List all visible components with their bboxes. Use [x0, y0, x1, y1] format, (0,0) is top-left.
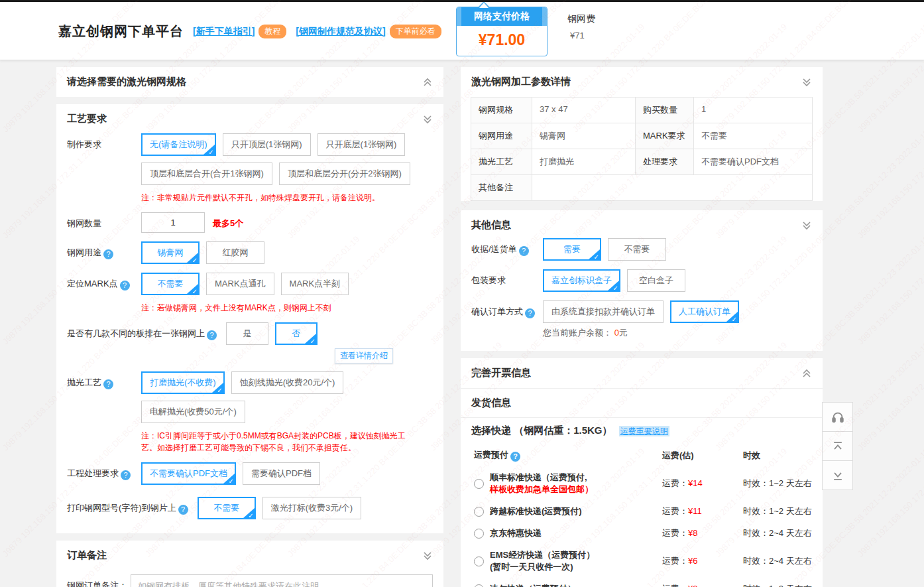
scroll-to-top-button[interactable]	[822, 431, 853, 461]
collapse-up-icon[interactable]	[801, 368, 812, 379]
customer-service-button[interactable]	[822, 402, 853, 432]
order-remark-card: 订单备注 钢网订单备注：	[56, 541, 443, 587]
param-value: 1	[694, 98, 812, 123]
params-table: 钢网规格 37 x 47 购买数量 1 钢网用途 锡膏网 MARK要求 不需要 …	[471, 97, 813, 201]
headset-icon	[831, 410, 845, 424]
collapse-down-icon[interactable]	[422, 551, 433, 561]
courier-name-line2: 样板收费加急单全国包邮）	[490, 484, 593, 494]
other-info-title: 其他信息	[471, 219, 511, 231]
courier-radio[interactable]	[474, 584, 484, 587]
make-requirement-note: 注：非常规贴片元件默认不开孔，如特殊焊盘要开孔，请备注说明。	[141, 192, 433, 204]
polish-help-icon[interactable]	[103, 379, 113, 389]
polish-note: 注：IC引脚间距等于或小于0.5MM或有BGA封装的PCB板，建议蚀刻抛光工艺。…	[141, 430, 420, 454]
header-bar: 嘉立创钢网下单平台 [新手下单指引] 教程 [钢网制作规范及协议] 下单前必看 …	[0, 0, 924, 60]
stencil-spec-agreement-link[interactable]: [钢网制作规范及协议]	[296, 26, 385, 38]
fee-prefix: 运费：	[662, 528, 688, 538]
courier-radio[interactable]	[474, 556, 484, 566]
param-key: 钢网规格	[471, 98, 532, 123]
pdf-option-no-confirm[interactable]: 不需要确认PDF文档	[141, 462, 236, 485]
multi-board-help-icon[interactable]	[207, 330, 217, 340]
receipt-help-icon[interactable]	[519, 246, 529, 256]
courier-row-jd[interactable]: 京东特惠快递	[474, 527, 662, 539]
craft-requirements-card: 工艺要求 制作要求 无(请备注说明) 只开顶层(1张钢网) 只开底层(1张钢网)…	[56, 104, 443, 533]
collapse-down-icon[interactable]	[422, 114, 433, 125]
polish-row: 抛光工艺 打磨抛光(不收费) 蚀刻线抛光(收费20元/个) 电解抛光(收费50元…	[67, 371, 433, 423]
freight-notice-link[interactable]: 运费重要说明	[619, 426, 669, 436]
courier-table: 运费预付 运费(估) 时效 顺丰标准快递（运费预付, 样板收费加急单全国包邮） …	[461, 438, 823, 587]
polish-option-etch-line[interactable]: 蚀刻线抛光(收费20元/个)	[231, 371, 344, 394]
courier-name: 京东特惠快递	[490, 527, 542, 539]
param-key: MARK要求	[636, 123, 694, 149]
view-detail-link[interactable]: 查看详情介绍	[335, 348, 393, 363]
courier-fee: ¥11	[688, 506, 702, 516]
packing-option-blank-box[interactable]: 空白盒子	[627, 269, 685, 292]
beginner-guide-link[interactable]: [新手下单指引]	[193, 26, 255, 38]
confirm-option-manual[interactable]: 人工确认订单	[670, 300, 739, 323]
make-option-none[interactable]: 无(请备注说明)	[141, 133, 216, 156]
fee-prefix: 运费：	[662, 556, 688, 566]
order-remark-textarea[interactable]	[131, 574, 433, 587]
collapse-down-icon[interactable]	[801, 220, 812, 231]
scroll-top-icon	[831, 440, 844, 453]
express-select-title: 选择快递 （钢网估重：1.5KG）	[471, 424, 612, 436]
must-read-badge: 下单前必看	[390, 25, 441, 38]
confirm-help-icon[interactable]	[525, 308, 535, 318]
receipt-option-need[interactable]: 需要	[543, 238, 601, 261]
courier-radio[interactable]	[474, 507, 484, 517]
courier-row-sure[interactable]: 速尔快递（运费预付）	[474, 583, 662, 587]
confirm-option-auto-deduct[interactable]: 由系统直接扣款并确认订单	[543, 300, 664, 323]
invoice-shipping-card: 完善开票信息 发货信息 选择快递 （钢网估重：1.5KG） 运费重要说明 运费预…	[461, 358, 823, 587]
print-help-icon[interactable]	[178, 505, 188, 515]
usage-option-red-glue[interactable]: 红胶网	[206, 241, 264, 264]
packing-option-branded-box[interactable]: 嘉立创标识盒子	[543, 269, 620, 292]
multi-board-option-no[interactable]: 否	[275, 322, 318, 345]
scroll-to-bottom-button[interactable]	[822, 460, 853, 490]
param-value	[532, 175, 812, 200]
brand-row: 嘉立创钢网下单平台 [新手下单指引] 教程 [钢网制作规范及协议] 下单前必看	[58, 23, 441, 40]
mark-option-through-hole[interactable]: MARK点通孔	[206, 273, 274, 295]
stencil-fee-label: 钢网费	[567, 13, 595, 25]
param-value: 锡膏网	[532, 123, 636, 149]
multi-board-option-yes[interactable]: 是	[226, 322, 268, 345]
polish-option-grinding[interactable]: 打磨抛光(不收费)	[141, 371, 225, 394]
usage-help-icon[interactable]	[103, 249, 113, 259]
mark-point-row: 定位MARK点 不需要 MARK点通孔 MARK点半刻	[67, 273, 433, 295]
right-column: 激光钢网加工参数详情 钢网规格 37 x 47 购买数量 1 钢网用途 锡膏网 …	[461, 67, 823, 587]
collapse-down-icon[interactable]	[801, 77, 812, 88]
make-option-bottom-only[interactable]: 只开底层(1张钢网)	[318, 133, 406, 156]
courier-time: 时效：1~2 天左右	[743, 478, 812, 489]
mark-option-none[interactable]: 不需要	[141, 273, 200, 295]
mark-help-icon[interactable]	[120, 281, 130, 291]
courier-radio[interactable]	[474, 479, 484, 489]
courier-row-sf[interactable]: 顺丰标准快递（运费预付, 样板收费加急单全国包邮）	[474, 472, 662, 495]
mark-option-half-etch[interactable]: MARK点半刻	[281, 273, 349, 295]
courier-row-ems[interactable]: EMS经济快递（运费预付） (暂时一天只收件一次)	[474, 549, 662, 573]
quantity-input[interactable]	[141, 212, 205, 233]
param-key: 其他备注	[471, 175, 532, 200]
courier-row-ky[interactable]: 跨越标准快递(运费预付)	[474, 505, 662, 517]
make-option-combined[interactable]: 顶层和底层合开(合开1张钢网)	[141, 163, 272, 185]
courier-name: 顺丰标准快递（运费预付,	[490, 472, 587, 482]
courier-radio[interactable]	[474, 529, 484, 539]
make-option-top-only[interactable]: 只开顶层(1张钢网)	[223, 133, 311, 156]
usage-option-solder-paste[interactable]: 锡膏网	[141, 241, 200, 264]
pdf-help-icon[interactable]	[121, 470, 131, 480]
params-detail-card: 激光钢网加工参数详情 钢网规格 37 x 47 购买数量 1 钢网用途 锡膏网 …	[461, 67, 823, 201]
params-detail-title: 激光钢网加工参数详情	[471, 76, 571, 88]
print-option-laser-mark[interactable]: 激光打标(收费3元/个)	[262, 497, 362, 519]
make-option-separate[interactable]: 顶层和底层分开(分开2张钢网)	[279, 163, 410, 185]
courier-name: 跨越标准快递(运费预付)	[490, 505, 582, 517]
courier-fee: ¥6	[688, 556, 697, 566]
receipt-option-no-need[interactable]: 不需要	[608, 238, 666, 261]
courier-time: 时效：1~2 天左右	[743, 505, 812, 517]
order-remark-title: 订单备注	[67, 549, 107, 562]
left-column: 请选择需要的激光钢网规格 工艺要求 制作要求 无(请备注说明) 只开顶层(1张钢…	[56, 67, 443, 587]
other-info-card: 其他信息 收据/送货单 需要 不需要 包装要求 嘉立创标识盒子 空白盒子 确认订…	[461, 210, 823, 351]
pdf-option-need-confirm[interactable]: 需要确认PDF档	[243, 462, 320, 485]
param-key: 处理要求	[636, 149, 694, 175]
print-option-none[interactable]: 不需要	[198, 497, 256, 519]
polish-option-electro[interactable]: 电解抛光(收费50元/个)	[141, 401, 245, 423]
quantity-max-hint: 最多5个	[213, 212, 243, 229]
prepay-help-icon[interactable]	[510, 452, 520, 462]
collapse-up-icon[interactable]	[422, 77, 433, 88]
